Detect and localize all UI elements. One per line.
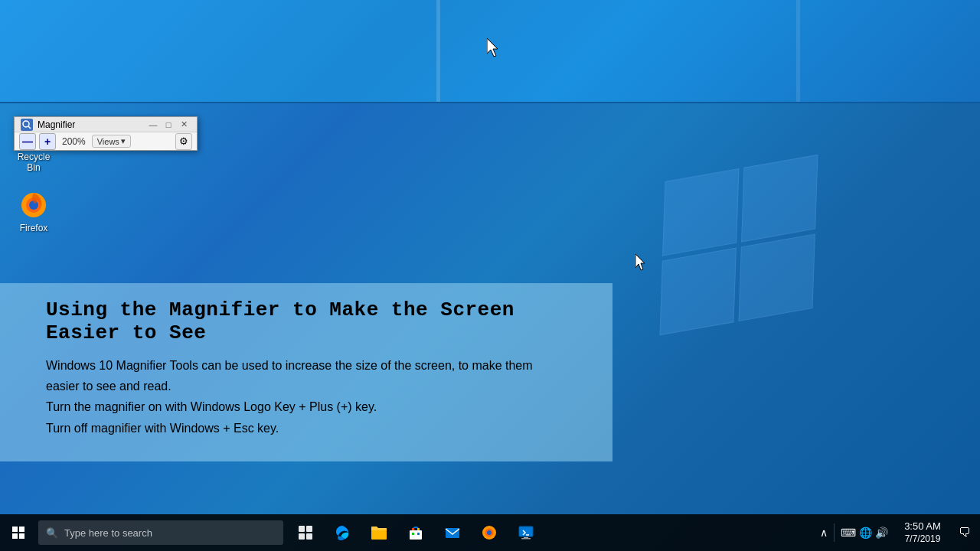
task-view-icon — [296, 523, 315, 542]
svg-rect-12 — [299, 533, 305, 540]
svg-point-23 — [487, 530, 492, 535]
taskbar-tray: ∧ ⌨ 🌐 🔊 3:50 AM 7/7/2019 🗨 — [815, 514, 977, 551]
firefox-desktop-label: Firefox — [20, 223, 48, 233]
zoom-in-button[interactable]: + — [39, 133, 56, 150]
restore-button[interactable]: □ — [162, 118, 175, 132]
taskbar-app-file-explorer[interactable] — [361, 514, 397, 551]
svg-marker-9 — [635, 254, 645, 270]
store-icon — [407, 523, 425, 542]
magnifier-title-text: Magnifier — [38, 119, 145, 130]
file-explorer-icon — [370, 523, 388, 542]
svg-rect-15 — [410, 530, 422, 540]
info-overlay: Using the Magnifier to Make the Screen E… — [0, 283, 612, 461]
svg-rect-19 — [417, 533, 420, 535]
notification-icon: 🗨 — [959, 526, 971, 540]
info-line1: Windows 10 Magnifier Tools can be used t… — [46, 359, 533, 393]
views-dropdown[interactable]: Views ▾ — [92, 135, 131, 148]
notification-button[interactable]: 🗨 — [952, 514, 977, 551]
settings-button[interactable]: ⚙ — [175, 133, 192, 150]
svg-point-7 — [23, 121, 29, 127]
svg-rect-11 — [306, 526, 312, 532]
svg-rect-27 — [521, 538, 531, 540]
time-display: 3:50 AM — [904, 520, 941, 533]
taskbar-app-store[interactable] — [398, 514, 433, 551]
taskbar-app-edge[interactable] — [325, 514, 360, 551]
magnifier-toolbar: — + 200% Views ▾ ⚙ — [15, 132, 197, 150]
recycle-bin-label: Recycle Bin — [11, 152, 57, 173]
magnifier-cursor — [487, 38, 505, 60]
tray-volume-icon[interactable]: 🔊 — [875, 527, 888, 539]
taskbar-apps — [288, 514, 815, 551]
windows-logo-desktop — [651, 153, 827, 329]
desktop-cursor — [635, 254, 651, 276]
magnifier-title-icon — [21, 119, 33, 131]
svg-rect-16 — [412, 528, 414, 530]
info-body: Windows 10 Magnifier Tools can be used t… — [46, 355, 567, 439]
taskbar-app-task-view[interactable] — [288, 514, 323, 551]
info-line3: Turn off magnifier with Windows + Esc ke… — [46, 422, 279, 435]
svg-rect-18 — [412, 533, 414, 535]
info-title: Using the Magnifier to Make the Screen E… — [46, 298, 567, 344]
magnifier-view — [0, 0, 980, 103]
info-line2: Turn the magnifier on with Windows Logo … — [46, 400, 377, 413]
start-button[interactable] — [0, 514, 37, 551]
remote-desktop-icon — [517, 523, 535, 542]
magnifier-titlebar[interactable]: Magnifier — □ ✕ — [15, 117, 197, 132]
close-button[interactable]: ✕ — [177, 118, 191, 132]
svg-rect-20 — [446, 528, 459, 538]
taskbar-app-remote-desktop[interactable] — [508, 514, 544, 551]
date-display: 7/7/2019 — [905, 533, 941, 546]
taskbar-clock[interactable]: 3:50 AM 7/7/2019 — [896, 520, 949, 545]
svg-line-8 — [28, 126, 31, 129]
tray-network-icon[interactable]: 🌐 — [859, 527, 872, 539]
magnifier-app-window: Magnifier — □ ✕ — + 200% Views ▾ ⚙ — [14, 116, 198, 151]
svg-rect-13 — [306, 533, 312, 540]
svg-rect-10 — [299, 526, 305, 532]
tray-icons: ∧ ⌨ 🌐 🔊 — [815, 523, 893, 542]
zoom-out-button[interactable]: — — [19, 133, 36, 150]
tray-separator — [834, 523, 835, 542]
search-bar[interactable]: 🔍 Type here to search — [38, 520, 283, 545]
tray-keyboard-icon[interactable]: ⌨ — [841, 527, 856, 539]
desktop: Recycle Bin Firefox Magnifier — □ ✕ — — [0, 0, 980, 551]
search-placeholder-text: Type here to search — [64, 527, 152, 539]
edge-icon — [333, 523, 351, 542]
taskbar: 🔍 Type here to search — [0, 514, 980, 551]
tray-chevron[interactable]: ∧ — [820, 527, 828, 539]
search-icon: 🔍 — [46, 527, 58, 539]
windows-start-icon — [12, 527, 24, 539]
zoom-level-display: 200% — [62, 136, 86, 147]
svg-rect-17 — [417, 528, 420, 530]
firefox-taskbar-icon — [480, 523, 498, 542]
svg-marker-0 — [487, 38, 498, 57]
taskbar-app-mail[interactable] — [435, 514, 470, 551]
taskbar-app-firefox[interactable] — [472, 514, 507, 551]
mail-icon — [443, 523, 462, 542]
minimize-button[interactable]: — — [146, 118, 160, 132]
firefox-desktop-icon[interactable]: Firefox — [11, 190, 57, 233]
